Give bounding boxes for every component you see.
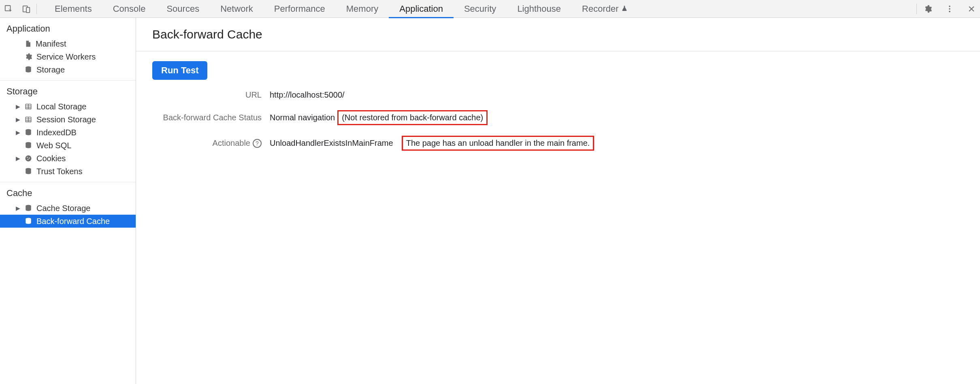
tab-sources[interactable]: Sources — [156, 0, 210, 18]
svg-point-11 — [26, 156, 32, 162]
sidebar-item-cookies[interactable]: ▶ Cookies — [0, 152, 136, 165]
svg-point-13 — [29, 158, 30, 158]
flask-icon — [621, 4, 628, 14]
value-actionable: UnloadHandlerExistsInMainFrame The page … — [270, 136, 800, 151]
actionable-code: UnloadHandlerExistsInMainFrame — [270, 139, 393, 148]
status-highlight-box: (Not restored from back-forward cache) — [337, 110, 488, 125]
label-url: URL — [152, 90, 262, 100]
database-icon — [24, 141, 32, 149]
help-icon[interactable]: ? — [253, 139, 262, 148]
sidebar-item-indexeddb[interactable]: ▶ IndexedDB — [0, 126, 136, 139]
table-icon — [24, 116, 32, 123]
tab-network[interactable]: Network — [210, 0, 264, 18]
bfcache-details: URL http://localhost:5000/ Back-forward … — [152, 90, 800, 151]
close-devtools-icon[interactable] — [966, 4, 977, 14]
tabbar-right-tools — [916, 4, 977, 14]
sidebar-section-title-storage: Storage — [0, 81, 136, 100]
database-icon — [24, 204, 32, 212]
sidebar-section-title-application: Application — [0, 18, 136, 37]
more-options-icon[interactable] — [944, 4, 955, 14]
tab-console[interactable]: Console — [102, 0, 156, 18]
database-icon — [24, 167, 32, 175]
database-icon — [24, 128, 32, 137]
tabbar-left-tools — [3, 4, 37, 14]
sidebar-section-title-cache: Cache — [0, 182, 136, 202]
expand-icon[interactable]: ▶ — [15, 155, 20, 162]
tab-security[interactable]: Security — [454, 0, 507, 18]
tab-recorder[interactable]: Recorder — [571, 0, 638, 18]
table-icon — [24, 103, 32, 110]
svg-point-3 — [949, 5, 950, 7]
value-url: http://localhost:5000/ — [270, 90, 800, 100]
tab-elements[interactable]: Elements — [44, 0, 102, 18]
actionable-description-box: The page has an unload handler in the ma… — [402, 136, 594, 151]
tab-application[interactable]: Application — [389, 0, 454, 18]
sidebar-item-manifest[interactable]: ▸ Manifest — [0, 37, 136, 50]
expand-icon[interactable]: ▶ — [15, 129, 20, 136]
tab-memory[interactable]: Memory — [336, 0, 389, 18]
panel-tabs: Elements Console Sources Network Perform… — [44, 0, 638, 18]
expand-icon[interactable]: ▶ — [15, 103, 20, 110]
cookie-icon — [24, 154, 32, 162]
file-icon — [24, 40, 32, 48]
value-bfcache-status: Normal navigation (Not restored from bac… — [270, 110, 800, 125]
database-icon — [24, 217, 32, 225]
settings-icon[interactable] — [922, 4, 933, 14]
main-area: Application ▸ Manifest ▸ Service Workers… — [0, 18, 980, 384]
sidebar-group-application: Application ▸ Manifest ▸ Service Workers… — [0, 18, 136, 81]
sidebar-item-web-sql[interactable]: ▸ Web SQL — [0, 139, 136, 152]
expand-icon[interactable]: ▶ — [15, 116, 20, 123]
run-test-button[interactable]: Run Test — [152, 61, 207, 80]
expand-icon[interactable]: ▶ — [15, 205, 20, 211]
application-sidebar: Application ▸ Manifest ▸ Service Workers… — [0, 18, 136, 384]
sidebar-item-session-storage[interactable]: ▶ Session Storage — [0, 113, 136, 126]
sidebar-group-cache: Cache ▶ Cache Storage ▸ Back-forward Cac… — [0, 182, 136, 232]
svg-rect-2 — [26, 7, 30, 13]
svg-point-5 — [949, 11, 950, 12]
sidebar-item-local-storage[interactable]: ▶ Local Storage — [0, 100, 136, 113]
database-icon — [24, 66, 32, 74]
sidebar-item-cache-storage[interactable]: ▶ Cache Storage — [0, 202, 136, 215]
svg-point-4 — [949, 8, 950, 10]
devtools-tabbar: Elements Console Sources Network Perform… — [0, 0, 980, 18]
sidebar-item-storage[interactable]: ▸ Storage — [0, 63, 136, 76]
sidebar-item-service-workers[interactable]: ▸ Service Workers — [0, 50, 136, 63]
toggle-device-toolbar-icon[interactable] — [21, 4, 32, 14]
status-main-text: Normal navigation — [270, 113, 335, 122]
tab-performance[interactable]: Performance — [264, 0, 336, 18]
label-bfcache-status: Back-forward Cache Status — [152, 113, 262, 122]
svg-point-12 — [27, 157, 28, 158]
gear-icon — [24, 53, 32, 61]
sidebar-item-trust-tokens[interactable]: ▸ Trust Tokens — [0, 165, 136, 178]
bfcache-panel: Back-forward Cache Run Test URL http://l… — [136, 18, 980, 384]
svg-point-14 — [28, 159, 28, 160]
divider — [136, 51, 980, 51]
inspect-element-icon[interactable] — [3, 4, 14, 14]
page-title: Back-forward Cache — [152, 28, 980, 41]
sidebar-group-storage: Storage ▶ Local Storage ▶ Session Storag… — [0, 81, 136, 182]
tab-lighthouse[interactable]: Lighthouse — [507, 0, 571, 18]
sidebar-item-back-forward-cache[interactable]: ▸ Back-forward Cache — [0, 215, 136, 228]
label-actionable: Actionable ? — [152, 139, 262, 148]
